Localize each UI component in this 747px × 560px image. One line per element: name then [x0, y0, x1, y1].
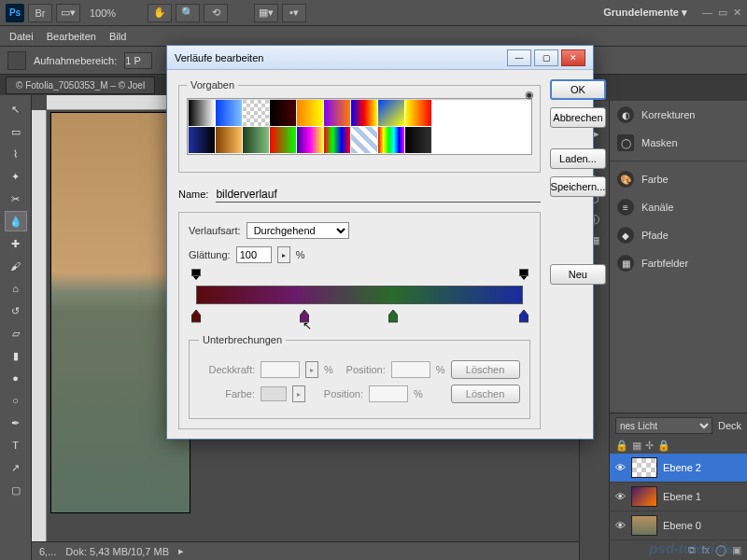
preset-swatch[interactable] [378, 100, 404, 126]
menu-file[interactable]: Datei [9, 31, 34, 42]
preset-swatch[interactable] [405, 127, 431, 153]
load-button[interactable]: Laden... [550, 148, 607, 169]
zoom-level[interactable]: 100% [84, 7, 121, 19]
preset-swatch[interactable] [243, 127, 269, 153]
rotate-button[interactable]: ⟲ [204, 4, 228, 22]
preset-swatch[interactable] [324, 100, 350, 126]
preset-swatch[interactable] [189, 127, 215, 153]
panel-channels[interactable]: ≡Kanäle [610, 193, 747, 221]
preset-swatch[interactable] [351, 127, 377, 153]
opacity-stop[interactable] [519, 274, 529, 286]
status-zoom[interactable]: 6,... [39, 546, 56, 557]
ok-button[interactable]: OK [550, 79, 607, 100]
preset-swatch[interactable] [243, 100, 269, 126]
ruler-vertical[interactable] [32, 110, 47, 541]
status-arrow-icon[interactable]: ▸ [178, 545, 184, 557]
gradient-type-select[interactable]: Durchgehend [247, 222, 349, 239]
close-icon[interactable]: ✕ [733, 7, 741, 19]
layer-thumbnail[interactable] [631, 486, 657, 507]
preset-swatch[interactable] [405, 100, 431, 126]
preset-swatch[interactable] [297, 127, 323, 153]
extras-button[interactable]: ▪▾ [282, 4, 306, 22]
color-stop[interactable] [191, 310, 201, 321]
preset-swatch[interactable] [324, 127, 350, 153]
new-button[interactable]: Neu [550, 264, 607, 285]
visibility-icon[interactable]: 👁 [615, 462, 626, 473]
stamp-tool[interactable]: ⌂ [5, 278, 27, 299]
arrange-button[interactable]: ▦▾ [254, 4, 278, 22]
color-stop[interactable] [519, 310, 529, 321]
brush-tool[interactable]: 🖌 [5, 256, 27, 276]
lasso-tool[interactable]: ⌇ [5, 144, 27, 164]
preset-swatch[interactable] [270, 127, 296, 153]
gradient-tool[interactable]: ▮ [5, 345, 27, 366]
blur-tool[interactable]: ● [5, 368, 27, 388]
crop-tool[interactable]: ✂ [5, 189, 27, 209]
eyedropper-tool[interactable]: 💧 [5, 211, 27, 231]
lock-icon[interactable]: 🔒 [615, 440, 628, 452]
lock-all-icon[interactable]: 🔒 [657, 440, 670, 452]
eraser-tool[interactable]: ▱ [5, 323, 27, 343]
shape-tool[interactable]: ▢ [5, 480, 27, 500]
gradient-preview-bar[interactable] [196, 286, 523, 304]
gradient-name-input[interactable] [216, 186, 540, 203]
bridge-button[interactable]: Br [28, 4, 52, 22]
layer-row[interactable]: 👁Ebene 0 [610, 511, 747, 540]
dialog-titlebar[interactable]: Verläufe bearbeiten — ▢ ✕ [167, 46, 593, 70]
dialog-close-button[interactable]: ✕ [561, 49, 585, 66]
maximize-icon[interactable]: ▭ [718, 7, 727, 19]
visibility-icon[interactable]: 👁 [615, 491, 626, 502]
current-tool-icon[interactable] [7, 51, 26, 70]
menu-image[interactable]: Bild [109, 31, 126, 42]
lock-pixels-icon[interactable]: ▦ [632, 440, 641, 452]
opacity-stop[interactable] [191, 274, 201, 286]
minimize-icon[interactable]: — [702, 7, 712, 19]
panel-color[interactable]: 🎨Farbe [610, 165, 747, 193]
presets-menu-icon[interactable]: ◉ [525, 89, 534, 101]
move-tool[interactable]: ↖ [5, 99, 27, 119]
panel-paths[interactable]: ◆Pfade [610, 221, 747, 249]
zoom-tool-button[interactable]: 🔍 [176, 4, 200, 22]
preset-swatch[interactable] [378, 127, 404, 153]
layer-thumbnail[interactable] [631, 515, 657, 536]
path-tool[interactable]: ↗ [5, 457, 27, 478]
screen-mode-button[interactable]: ▭▾ [56, 4, 80, 22]
layer-row[interactable]: 👁Ebene 1 [610, 483, 747, 511]
workspace-switcher[interactable]: Grundelemente ▾ [603, 7, 687, 19]
preset-swatch[interactable] [270, 100, 296, 126]
gradient-bar-editor[interactable]: ↖ [189, 276, 530, 317]
color-stop[interactable] [388, 310, 398, 321]
layer-thumbnail[interactable] [631, 457, 657, 478]
dialog-maximize-button[interactable]: ▢ [534, 49, 558, 66]
hand-tool-button[interactable]: ✋ [148, 4, 172, 22]
document-tab[interactable]: © Fotolia_7050353_M – © Joel [6, 77, 155, 94]
menu-edit[interactable]: Bearbeiten [47, 31, 96, 42]
marquee-tool[interactable]: ▭ [5, 121, 27, 142]
preset-swatch[interactable] [189, 100, 215, 126]
preset-swatch[interactable] [297, 100, 323, 126]
dodge-tool[interactable]: ○ [5, 390, 27, 411]
type-tool[interactable]: T [5, 435, 27, 455]
smoothness-dropdown-icon[interactable]: ▸ [277, 246, 290, 263]
preset-swatch[interactable] [216, 100, 242, 126]
layer-row[interactable]: 👁Ebene 2 [610, 454, 747, 483]
sample-size-input[interactable] [124, 52, 152, 69]
visibility-icon[interactable]: 👁 [615, 520, 626, 531]
history-brush-tool[interactable]: ↺ [5, 301, 27, 321]
color-stop[interactable] [300, 310, 309, 321]
smoothness-input[interactable] [236, 246, 272, 263]
panel-swatches[interactable]: ▦Farbfelder [610, 249, 747, 277]
heal-tool[interactable]: ✚ [5, 233, 27, 254]
save-button[interactable]: Speichern... [550, 176, 607, 197]
preset-swatch[interactable] [216, 127, 242, 153]
dialog-minimize-button[interactable]: — [507, 49, 531, 66]
wand-tool[interactable]: ✦ [5, 166, 27, 187]
cancel-button[interactable]: Abbrechen [550, 107, 607, 128]
panel-masks[interactable]: ◯Masken [610, 129, 747, 157]
status-doc-size[interactable]: Dok: 5,43 MB/10,7 MB [65, 546, 169, 557]
lock-position-icon[interactable]: ✢ [645, 440, 654, 452]
preset-swatch[interactable] [351, 100, 377, 126]
blend-mode-select[interactable]: nes Licht [615, 417, 712, 434]
panel-corrections[interactable]: ◐Korrekturen [610, 101, 747, 129]
pen-tool[interactable]: ✒ [5, 413, 27, 433]
